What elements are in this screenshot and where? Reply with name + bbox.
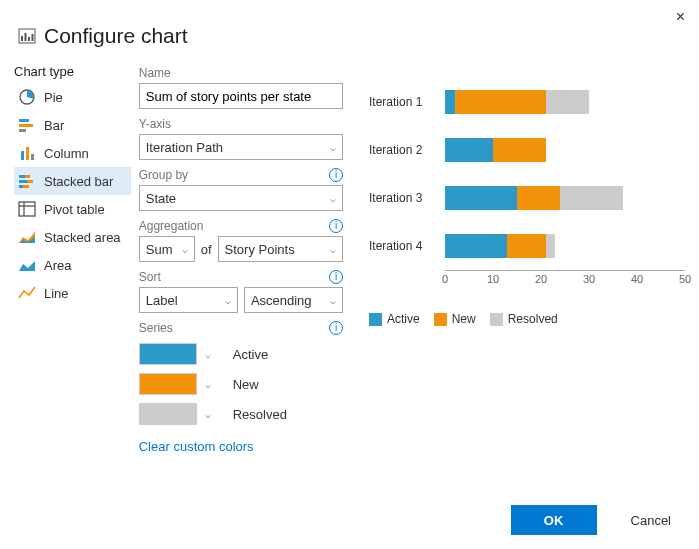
legend-swatch	[434, 313, 447, 326]
bar-icon	[18, 116, 36, 134]
svg-rect-4	[32, 34, 34, 41]
chevron-down-icon[interactable]: ⌵	[197, 373, 219, 395]
chart-type-pie[interactable]: Pie	[14, 83, 131, 111]
chart-type-label: Pivot table	[44, 202, 105, 217]
svg-rect-14	[19, 180, 27, 183]
sort-dir-select[interactable]: Ascending ⌵	[244, 287, 343, 313]
clear-colors-link[interactable]: Clear custom colors	[139, 439, 254, 454]
svg-rect-9	[21, 151, 24, 160]
chart-type-stacked-bar[interactable]: Stacked bar	[14, 167, 131, 195]
svg-rect-18	[19, 202, 35, 216]
chart-type-pivot-table[interactable]: Pivot table	[14, 195, 131, 223]
legend-item: Active	[369, 312, 420, 326]
bar-segment-new	[507, 234, 545, 258]
series-color-swatch[interactable]	[139, 403, 197, 425]
sort-by-select[interactable]: Label ⌵	[139, 287, 238, 313]
chart-preview: Iteration 1Iteration 2Iteration 3Iterati…	[369, 78, 685, 326]
legend-swatch	[490, 313, 503, 326]
chevron-down-icon: ⌵	[225, 295, 231, 306]
bar-segment-active	[445, 138, 493, 162]
bar-category-label: Iteration 1	[369, 95, 445, 109]
name-label: Name	[139, 66, 343, 80]
chevron-down-icon: ⌵	[330, 295, 336, 306]
of-label: of	[201, 242, 212, 257]
series-row: ⌵New	[139, 373, 343, 395]
legend-swatch	[369, 313, 382, 326]
svg-rect-15	[27, 180, 33, 183]
series-color-swatch[interactable]	[139, 373, 197, 395]
cancel-button[interactable]: Cancel	[625, 512, 677, 529]
yaxis-value: Iteration Path	[146, 140, 223, 155]
series-color-swatch[interactable]	[139, 343, 197, 365]
series-label: Series i	[139, 321, 343, 335]
chevron-down-icon[interactable]: ⌵	[197, 343, 219, 365]
axis-tick: 10	[487, 273, 499, 285]
chevron-down-icon: ⌵	[182, 244, 188, 255]
chart-type-label: Stacked area	[44, 230, 121, 245]
dialog-title: Configure chart	[44, 24, 188, 48]
svg-rect-16	[19, 185, 23, 188]
svg-rect-17	[23, 185, 29, 188]
chart-type-column[interactable]: Column	[14, 139, 131, 167]
svg-rect-10	[26, 147, 29, 160]
bar-segment-new	[517, 186, 560, 210]
svg-rect-1	[21, 36, 23, 41]
chart-bar-row: Iteration 1	[369, 78, 685, 126]
chart-type-label: Stacked bar	[44, 174, 113, 189]
info-icon[interactable]: i	[329, 168, 343, 182]
axis-tick: 40	[631, 273, 643, 285]
axis-tick: 50	[679, 273, 691, 285]
legend-item: New	[434, 312, 476, 326]
yaxis-label: Y-axis	[139, 117, 343, 131]
svg-rect-11	[31, 154, 34, 160]
chart-type-heading: Chart type	[14, 64, 131, 79]
groupby-value: State	[146, 191, 176, 206]
aggregation-field-select[interactable]: Story Points ⌵	[218, 236, 343, 262]
chart-type-label: Area	[44, 258, 71, 273]
chevron-down-icon[interactable]: ⌵	[197, 403, 219, 425]
series-name: Active	[233, 347, 268, 362]
chart-type-label: Bar	[44, 118, 64, 133]
chart-bar-row: Iteration 4	[369, 222, 685, 270]
legend-label: Resolved	[508, 312, 558, 326]
sort-label: Sort i	[139, 270, 343, 284]
chart-type-bar[interactable]: Bar	[14, 111, 131, 139]
ok-button[interactable]: OK	[511, 505, 597, 535]
chevron-down-icon: ⌵	[330, 244, 336, 255]
name-input[interactable]	[139, 83, 343, 109]
chart-type-stacked-area[interactable]: Stacked area	[14, 223, 131, 251]
series-name: Resolved	[233, 407, 287, 422]
bar-segment-active	[445, 234, 507, 258]
info-icon[interactable]: i	[329, 321, 343, 335]
series-row: ⌵Active	[139, 343, 343, 365]
info-icon[interactable]: i	[329, 270, 343, 284]
legend-label: Active	[387, 312, 420, 326]
chart-type-line[interactable]: Line	[14, 279, 131, 307]
chart-type-label: Line	[44, 286, 69, 301]
axis-tick: 30	[583, 273, 595, 285]
close-icon[interactable]: ×	[676, 8, 685, 26]
bar-segment-active	[445, 186, 517, 210]
svg-rect-3	[28, 37, 30, 41]
svg-rect-8	[19, 129, 26, 132]
aggregation-func-select[interactable]: Sum ⌵	[139, 236, 195, 262]
bar-segment-resolved	[546, 90, 589, 114]
chart-type-area[interactable]: Area	[14, 251, 131, 279]
svg-rect-7	[19, 124, 33, 127]
yaxis-select[interactable]: Iteration Path ⌵	[139, 134, 343, 160]
stacked-bar-icon	[18, 172, 36, 190]
chart-type-label: Pie	[44, 90, 63, 105]
axis-tick: 0	[442, 273, 448, 285]
groupby-select[interactable]: State ⌵	[139, 185, 343, 211]
groupby-label: Group by i	[139, 168, 343, 182]
chevron-down-icon: ⌵	[330, 142, 336, 153]
area-icon	[18, 256, 36, 274]
bar-segment-active	[445, 90, 455, 114]
svg-rect-2	[25, 33, 27, 41]
legend-item: Resolved	[490, 312, 558, 326]
bar-segment-new	[493, 138, 546, 162]
series-row: ⌵Resolved	[139, 403, 343, 425]
series-name: New	[233, 377, 259, 392]
bar-category-label: Iteration 2	[369, 143, 445, 157]
info-icon[interactable]: i	[329, 219, 343, 233]
